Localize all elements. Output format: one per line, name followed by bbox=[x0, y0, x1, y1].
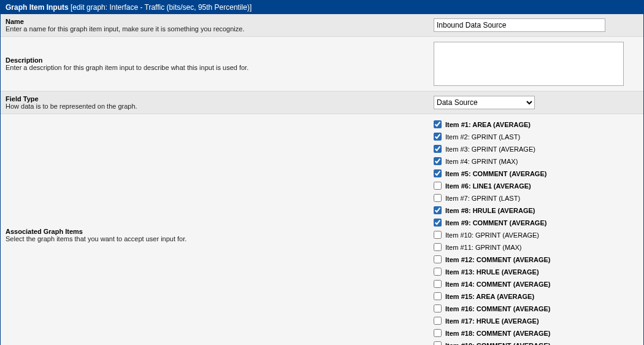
item-label: Item #1: AREA (AVERAGE) bbox=[445, 121, 531, 128]
item-checkbox[interactable] bbox=[434, 329, 442, 337]
item-checkbox[interactable] bbox=[434, 206, 442, 214]
item-label: Item #17: HRULE (AVERAGE) bbox=[445, 317, 539, 325]
description-textarea[interactable] bbox=[434, 42, 624, 86]
item-row[interactable]: Item #9: COMMENT (AVERAGE) bbox=[434, 217, 551, 228]
name-input[interactable] bbox=[434, 18, 605, 32]
field-type-select[interactable]: Data Source bbox=[434, 96, 535, 109]
item-label: Item #8: HRULE (AVERAGE) bbox=[445, 207, 535, 214]
item-row[interactable]: Item #7: GPRINT (LAST) bbox=[434, 193, 551, 203]
row-field-type: Field Type How data is to be represented… bbox=[1, 91, 643, 114]
form-panel: Graph Item Inputs [edit graph: Interface… bbox=[0, 0, 644, 345]
item-checkbox[interactable] bbox=[434, 317, 442, 325]
panel-subtitle: [edit graph: Interface - Traffic (bits/s… bbox=[71, 3, 251, 12]
input-col: Item #1: AREA (AVERAGE)Item #2: GPRINT (… bbox=[429, 114, 643, 345]
item-checkbox[interactable] bbox=[434, 341, 442, 345]
item-label: Item #7: GPRINT (LAST) bbox=[445, 195, 520, 202]
item-row[interactable]: Item #14: COMMENT (AVERAGE) bbox=[434, 279, 551, 289]
label-col: Name Enter a name for this graph item in… bbox=[1, 14, 429, 36]
field-desc: Enter a name for this graph item input, … bbox=[6, 25, 424, 33]
item-checkbox[interactable] bbox=[434, 243, 442, 251]
item-label: Item #2: GPRINT (LAST) bbox=[445, 133, 520, 141]
item-checkbox[interactable] bbox=[434, 231, 442, 239]
label-col: Description Enter a description for this… bbox=[1, 37, 429, 91]
item-checkbox[interactable] bbox=[434, 145, 442, 153]
item-checkbox[interactable] bbox=[434, 182, 442, 190]
item-row[interactable]: Item #4: GPRINT (MAX) bbox=[434, 156, 551, 166]
item-checkbox[interactable] bbox=[434, 268, 442, 276]
item-label: Item #12: COMMENT (AVERAGE) bbox=[445, 256, 551, 263]
item-label: Item #13: HRULE (AVERAGE) bbox=[445, 268, 539, 276]
field-label: Field Type bbox=[6, 95, 424, 103]
item-row[interactable]: Item #5: COMMENT (AVERAGE) bbox=[434, 168, 551, 179]
item-label: Item #15: AREA (AVERAGE) bbox=[445, 293, 534, 300]
item-label: Item #3: GPRINT (AVERAGE) bbox=[445, 145, 535, 153]
field-desc: Enter a description for this graph item … bbox=[6, 64, 424, 71]
label-col: Field Type How data is to be represented… bbox=[1, 91, 429, 114]
item-label: Item #14: COMMENT (AVERAGE) bbox=[445, 281, 551, 288]
panel-header: Graph Item Inputs [edit graph: Interface… bbox=[1, 1, 643, 14]
item-row[interactable]: Item #6: LINE1 (AVERAGE) bbox=[434, 180, 551, 191]
row-associated-items: Associated Graph Items Select the graph … bbox=[1, 114, 643, 345]
input-col: Data Source bbox=[429, 91, 643, 114]
field-label: Description bbox=[6, 56, 424, 64]
item-label: Item #4: GPRINT (MAX) bbox=[445, 158, 518, 165]
item-row[interactable]: Item #2: GPRINT (LAST) bbox=[434, 131, 551, 142]
item-row[interactable]: Item #13: HRULE (AVERAGE) bbox=[434, 266, 551, 277]
item-label: Item #9: COMMENT (AVERAGE) bbox=[445, 219, 546, 227]
item-row[interactable]: Item #12: COMMENT (AVERAGE) bbox=[434, 254, 551, 265]
input-col bbox=[429, 14, 643, 36]
field-desc: Select the graph items that you want to … bbox=[6, 235, 424, 242]
item-row[interactable]: Item #15: AREA (AVERAGE) bbox=[434, 291, 551, 301]
item-checkbox[interactable] bbox=[434, 219, 442, 227]
item-label: Item #19: COMMENT (AVERAGE) bbox=[445, 342, 551, 346]
item-checkbox[interactable] bbox=[434, 304, 442, 312]
item-row[interactable]: Item #10: GPRINT (AVERAGE) bbox=[434, 230, 551, 240]
label-col: Associated Graph Items Select the graph … bbox=[1, 114, 429, 345]
item-row[interactable]: Item #11: GPRINT (MAX) bbox=[434, 242, 551, 252]
item-label: Item #16: COMMENT (AVERAGE) bbox=[445, 305, 551, 312]
item-label: Item #10: GPRINT (AVERAGE) bbox=[445, 231, 539, 239]
input-col bbox=[429, 37, 643, 91]
item-row[interactable]: Item #18: COMMENT (AVERAGE) bbox=[434, 328, 551, 338]
row-description: Description Enter a description for this… bbox=[1, 37, 643, 91]
item-checkbox[interactable] bbox=[434, 255, 442, 263]
item-row[interactable]: Item #17: HRULE (AVERAGE) bbox=[434, 316, 551, 326]
item-checkbox[interactable] bbox=[434, 120, 442, 128]
item-row[interactable]: Item #3: GPRINT (AVERAGE) bbox=[434, 144, 551, 154]
item-checkbox[interactable] bbox=[434, 133, 442, 141]
item-checkbox[interactable] bbox=[434, 194, 442, 202]
item-row[interactable]: Item #8: HRULE (AVERAGE) bbox=[434, 205, 551, 215]
item-label: Item #6: LINE1 (AVERAGE) bbox=[445, 182, 531, 190]
field-label: Name bbox=[6, 18, 424, 25]
item-row[interactable]: Item #19: COMMENT (AVERAGE) bbox=[434, 340, 551, 345]
item-label: Item #5: COMMENT (AVERAGE) bbox=[445, 170, 546, 177]
panel-title: Graph Item Inputs bbox=[6, 3, 69, 12]
item-label: Item #18: COMMENT (AVERAGE) bbox=[445, 330, 551, 337]
items-list: Item #1: AREA (AVERAGE)Item #2: GPRINT (… bbox=[434, 119, 551, 345]
field-label: Associated Graph Items bbox=[6, 228, 424, 235]
item-checkbox[interactable] bbox=[434, 157, 442, 165]
item-row[interactable]: Item #1: AREA (AVERAGE) bbox=[434, 119, 551, 130]
field-desc: How data is to be represented on the gra… bbox=[6, 103, 424, 110]
item-row[interactable]: Item #16: COMMENT (AVERAGE) bbox=[434, 303, 551, 314]
row-name: Name Enter a name for this graph item in… bbox=[1, 14, 643, 37]
item-checkbox[interactable] bbox=[434, 292, 442, 300]
item-label: Item #11: GPRINT (MAX) bbox=[445, 244, 522, 251]
item-checkbox[interactable] bbox=[434, 169, 442, 177]
item-checkbox[interactable] bbox=[434, 280, 442, 288]
